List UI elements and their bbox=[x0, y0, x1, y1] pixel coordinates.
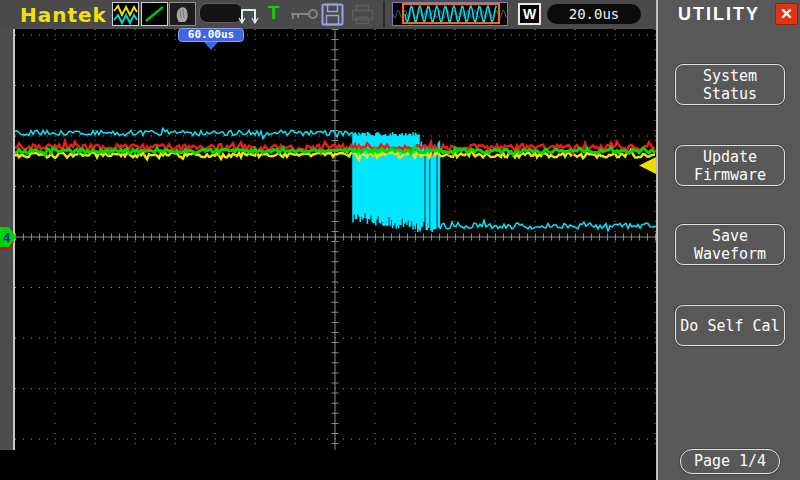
w-icon[interactable]: W bbox=[518, 3, 541, 25]
utility-panel: UTILITY ✕ System Status Update Firmware … bbox=[656, 0, 800, 480]
channel-waves-icon[interactable] bbox=[112, 2, 139, 26]
waveform-preview-glyph bbox=[393, 3, 507, 25]
timebase-readout[interactable]: 20.0us bbox=[547, 4, 641, 24]
channel4-marker-label: 4 bbox=[3, 230, 11, 245]
status-bar: CH1 1.00V CH2 1.00V CH3 1.00V CH4 1.00V … bbox=[0, 450, 656, 480]
waveform-traces bbox=[15, 29, 656, 450]
page-button[interactable]: Page 1/4 bbox=[680, 449, 780, 474]
scope-screen bbox=[0, 28, 656, 450]
hand-icon[interactable] bbox=[169, 2, 196, 26]
top-toolbar: Hantek T bbox=[0, 0, 656, 28]
diagonal-line-icon[interactable] bbox=[141, 2, 168, 26]
channel4-marker[interactable]: 4 bbox=[0, 226, 18, 253]
horizontal-offset-pointer bbox=[204, 42, 218, 50]
update-firmware-button[interactable]: Update Firmware bbox=[675, 145, 785, 186]
printer-icon bbox=[350, 4, 376, 25]
diagonal-line-glyph bbox=[142, 3, 167, 25]
save-floppy-icon[interactable] bbox=[321, 3, 344, 26]
close-icon[interactable]: ✕ bbox=[775, 3, 798, 25]
pulse-trigger-icon bbox=[238, 4, 264, 24]
hantek-logo: Hantek bbox=[20, 3, 107, 27]
horizontal-offset-bubble[interactable]: 60.00us bbox=[178, 28, 244, 42]
toolbar-separator bbox=[383, 1, 385, 27]
waveform-display bbox=[13, 29, 656, 450]
hand-glyph bbox=[170, 3, 195, 25]
channel-waves-glyph bbox=[113, 3, 138, 25]
save-waveform-button[interactable]: Save Waveform bbox=[675, 224, 785, 265]
trigger-t-icon: T bbox=[268, 2, 280, 24]
panel-title: UTILITY bbox=[678, 4, 760, 25]
system-status-button[interactable]: System Status bbox=[675, 64, 785, 105]
message-slot bbox=[199, 3, 243, 23]
do-self-cal-button[interactable]: Do Self Cal bbox=[675, 305, 785, 346]
waveform-preview[interactable] bbox=[392, 2, 508, 26]
trigger-level-arrow[interactable] bbox=[639, 157, 656, 174]
key-icon bbox=[289, 8, 319, 21]
